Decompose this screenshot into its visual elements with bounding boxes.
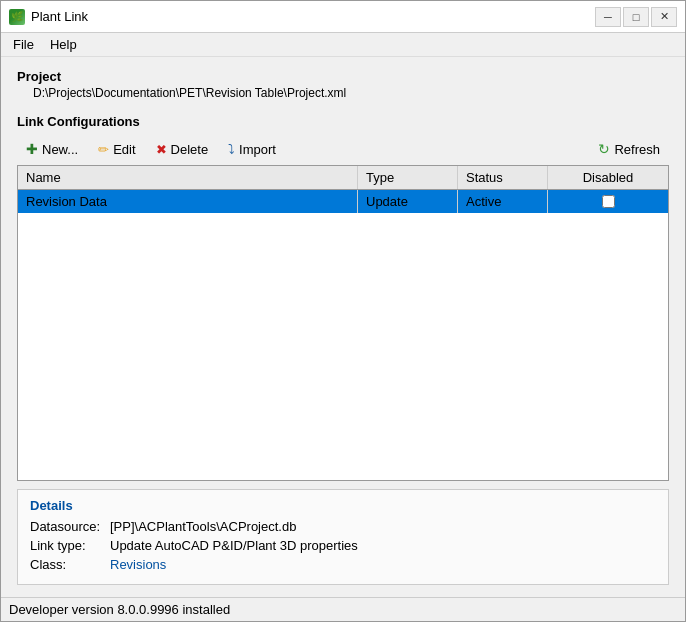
col-header-disabled: Disabled [548,166,668,189]
edit-icon: ✏ [98,142,109,157]
link-configs-label: Link Configurations [17,114,669,129]
import-icon: ⤵ [228,142,235,157]
title-bar: 🌿 Plant Link ─ □ ✕ [1,1,685,33]
details-linktype-row: Link type: Update AutoCAD P&ID/Plant 3D … [30,538,656,553]
import-label: Import [239,142,276,157]
row-name: Revision Data [18,190,358,213]
delete-icon: ✖ [156,142,167,157]
status-text: Developer version 8.0.0.9996 installed [9,602,230,617]
app-icon: 🌿 [9,9,25,25]
details-title: Details [30,498,656,513]
status-bar: Developer version 8.0.0.9996 installed [1,597,685,621]
table-header: Name Type Status Disabled [18,166,668,190]
table-row[interactable]: Revision Data Update Active [18,190,668,213]
datasource-label: Datasource: [30,519,110,534]
refresh-label: Refresh [614,142,660,157]
new-button[interactable]: ✚ New... [17,137,87,161]
datasource-value: [PP]\ACPlantTools\ACProject.db [110,519,296,534]
col-header-name: Name [18,166,358,189]
window-controls: ─ □ ✕ [595,7,677,27]
content-area: Project D:\Projects\Documentation\PET\Re… [1,57,685,597]
row-type: Update [358,190,458,213]
details-datasource-row: Datasource: [PP]\ACPlantTools\ACProject.… [30,519,656,534]
edit-button[interactable]: ✏ Edit [89,138,144,161]
details-class-row: Class: Revisions [30,557,656,572]
row-disabled-checkbox[interactable] [602,195,615,208]
main-window: 🌿 Plant Link ─ □ ✕ File Help Project D:\… [0,0,686,622]
col-header-type: Type [358,166,458,189]
delete-button[interactable]: ✖ Delete [147,138,218,161]
menu-help[interactable]: Help [42,35,85,54]
import-button[interactable]: ⤵ Import [219,138,285,161]
menu-file[interactable]: File [5,35,42,54]
configurations-table: Name Type Status Disabled Revision Data … [17,165,669,481]
class-value: Revisions [110,557,166,572]
col-header-status: Status [458,166,548,189]
menu-bar: File Help [1,33,685,57]
new-icon: ✚ [26,141,38,157]
linktype-value: Update AutoCAD P&ID/Plant 3D properties [110,538,358,553]
window-title: Plant Link [31,9,595,24]
class-label: Class: [30,557,110,572]
edit-label: Edit [113,142,135,157]
close-button[interactable]: ✕ [651,7,677,27]
details-section: Details Datasource: [PP]\ACPlantTools\AC… [17,489,669,585]
row-disabled-cell [548,191,668,212]
delete-label: Delete [171,142,209,157]
project-label: Project [17,69,669,84]
linktype-label: Link type: [30,538,110,553]
refresh-button[interactable]: ↻ Refresh [589,137,669,161]
table-body: Revision Data Update Active [18,190,668,480]
maximize-button[interactable]: □ [623,7,649,27]
toolbar: ✚ New... ✏ Edit ✖ Delete ⤵ Import ↻ Refr… [17,137,669,161]
row-status: Active [458,190,548,213]
new-label: New... [42,142,78,157]
minimize-button[interactable]: ─ [595,7,621,27]
project-path: D:\Projects\Documentation\PET\Revision T… [17,86,669,100]
refresh-icon: ↻ [598,141,610,157]
